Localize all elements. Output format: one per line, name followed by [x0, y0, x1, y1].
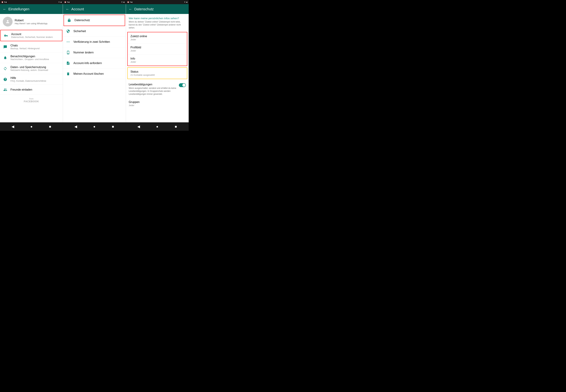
square-nav-right[interactable]: ■ — [173, 124, 179, 129]
content-datenschutz: Wer kann meine persönlichen Infos sehen?… — [126, 14, 189, 122]
home-nav-right[interactable]: ● — [154, 124, 160, 129]
facebook-footer: from FACEBOOK — [0, 95, 63, 106]
menu-item-notifications[interactable]: Benachrichtigungen Nachrichten-, Gruppen… — [0, 52, 63, 63]
twostep-label: Verifizierung in zwei Schritten — [73, 40, 110, 43]
header-einstellungen: ← Einstellungen — [0, 4, 63, 14]
account-item-twostep[interactable]: Verifizierung in zwei Schritten — [63, 37, 126, 47]
doc-icon — [66, 61, 71, 66]
menu-item-chats[interactable]: Chats Backup, Verlauf, Hintergrund — [0, 42, 63, 52]
status-bar: ⏰ ▼◀ ▼ ◀ ⏰ ▼◀ ▼ ◀ ⏰ ▼◀ ▼ ◀ — [0, 0, 189, 4]
profilbild-title: Profilbild — [131, 46, 184, 49]
data-text: Daten- und Speichernutzung Netzwerk-Nutz… — [11, 66, 48, 71]
svg-point-0 — [67, 42, 67, 42]
shield-icon — [66, 29, 71, 34]
data-title: Daten- und Speichernutzung — [11, 66, 48, 69]
time-center: ⏰ ▼◀ — [64, 1, 69, 3]
menu-item-account[interactable]: Account Datenschutz, Sicherheit, Nummer … — [0, 30, 62, 41]
back-nav-left[interactable]: ◀ — [10, 124, 15, 129]
phone-icon — [66, 50, 71, 55]
square-nav-center[interactable]: ■ — [110, 124, 116, 129]
readreceipts-desc: Wenn ausgeschaltet, sendest und erhältst… — [129, 87, 177, 96]
help-text: Hilfe FAQ, Kontakt, Datenschutzrichtlini… — [11, 76, 46, 82]
people-icon — [3, 87, 8, 92]
deleteaccount-label: Meinen Account löschen — [73, 72, 104, 75]
status-bar-right: ⏰ ▼◀ ▼ ◀ — [126, 0, 189, 4]
back-button-einstellungen[interactable]: ← — [3, 7, 6, 11]
toggle-knob — [182, 84, 186, 87]
svg-point-2 — [69, 42, 70, 42]
avatar — [3, 17, 13, 27]
privacy-item-gruppen[interactable]: Gruppen Jeder — [126, 98, 189, 109]
chats-subtitle: Backup, Verlauf, Hintergrund — [11, 47, 40, 50]
bottom-nav: ◀ ● ■ ◀ ● ■ ◀ ● ■ — [0, 122, 189, 131]
menu-item-invite[interactable]: Freunde einladen — [0, 85, 63, 95]
data-subtitle: Netzwerk-Nutzung, autom. Download — [11, 69, 48, 71]
profile-section[interactable]: Robert Hey there! I am using WhatsApp. — [0, 14, 63, 29]
privacy-label: Datenschutz — [74, 19, 90, 22]
menu-item-data[interactable]: Daten- und Speichernutzung Netzwerk-Nutz… — [0, 63, 63, 74]
help-subtitle: FAQ, Kontakt, Datenschutzrichtlinie — [11, 80, 46, 82]
info-title: Info — [131, 57, 184, 60]
account-item-info[interactable]: Account-Info anfordern — [63, 58, 126, 69]
content-account: Datenschutz Sicherheit Ve — [63, 14, 126, 122]
panel-account: ← Account Datenschutz — [63, 4, 126, 122]
gruppen-value: Jeder — [129, 104, 186, 107]
privacy-item-readreceipts[interactable]: Lesebestätigungen Wenn ausgeschaltet, se… — [126, 81, 189, 98]
time-right: ⏰ ▼◀ — [127, 1, 132, 3]
chat-icon — [3, 44, 8, 49]
privacy-item-lastseen[interactable]: Zuletzt online Jeder — [128, 32, 187, 43]
account-item-privacy[interactable]: Datenschutz — [64, 15, 125, 26]
account-item-privacy-wrapper: Datenschutz — [64, 15, 125, 26]
profile-info: Robert Hey there! I am using WhatsApp. — [15, 19, 48, 25]
back-nav-right[interactable]: ◀ — [136, 124, 141, 129]
dots-icon — [66, 40, 71, 44]
time-left: ⏰ ▼◀ — [1, 1, 6, 3]
account-item-security[interactable]: Sicherheit — [63, 26, 126, 37]
lock-icon — [67, 18, 72, 23]
menu-item-help[interactable]: Hilfe FAQ, Kontakt, Datenschutzrichtlini… — [0, 74, 63, 85]
brand-label: FACEBOOK — [3, 100, 60, 103]
readreceipts-title: Lesebestätigungen — [129, 83, 177, 86]
back-button-datenschutz[interactable]: ← — [129, 7, 132, 11]
key-icon — [3, 33, 8, 38]
notifications-title: Benachrichtigungen — [11, 55, 49, 58]
privacy-red-group: Zuletzt online Jeder Profilbild Jeder In… — [127, 32, 187, 66]
security-label: Sicherheit — [73, 30, 86, 33]
back-button-account[interactable]: ← — [66, 7, 69, 11]
from-label: from — [3, 98, 60, 100]
square-nav-left[interactable]: ■ — [47, 124, 53, 129]
privacy-section-header: Wer kann meine persönlichen Infos sehen?… — [126, 14, 189, 30]
account-item-delete[interactable]: Meinen Account löschen — [63, 69, 126, 79]
panels-container: ← Einstellungen Robert Hey there! I am u… — [0, 4, 189, 122]
profilbild-value: Jeder — [131, 49, 184, 52]
info-value: Jeder — [131, 61, 184, 63]
profile-status: Hey there! I am using WhatsApp. — [15, 22, 48, 25]
profile-name: Robert — [15, 19, 48, 22]
status-bar-left: ⏰ ▼◀ ▼ ◀ — [0, 0, 63, 4]
header-datenschutz: ← Datenschutz — [126, 4, 189, 14]
privacy-yellow-group: Status 21 Kontakte ausgewählt — [127, 67, 187, 79]
privacy-item-status[interactable]: Status 21 Kontakte ausgewählt — [128, 68, 187, 79]
home-nav-left[interactable]: ● — [29, 124, 34, 129]
privacy-item-info[interactable]: Info Jeder — [128, 55, 187, 66]
bottom-nav-center: ◀ ● ■ — [63, 122, 126, 131]
accountinfo-label: Account-Info anfordern — [73, 62, 102, 65]
privacy-item-profilbild[interactable]: Profilbild Jeder — [128, 43, 187, 55]
invite-title: Freunde einladen — [11, 88, 32, 91]
refresh-icon — [3, 66, 8, 71]
lastseen-value: Jeder — [131, 38, 184, 41]
question-icon — [3, 77, 8, 82]
back-nav-center[interactable]: ◀ — [73, 124, 78, 129]
account-subtitle: Datenschutz, Sicherheit, Nummer ändern — [11, 36, 53, 38]
account-item-changenumber[interactable]: Nummer ändern — [63, 47, 126, 58]
home-nav-center[interactable]: ● — [91, 124, 97, 129]
icons-left: ▼ ◀ — [58, 1, 61, 3]
readreceipts-toggle[interactable] — [179, 83, 186, 87]
notifications-text: Benachrichtigungen Nachrichten-, Gruppen… — [11, 55, 49, 61]
bottom-nav-left: ◀ ● ■ — [0, 122, 63, 131]
svg-point-1 — [68, 42, 69, 42]
lastseen-title: Zuletzt online — [131, 35, 184, 38]
trash-icon — [66, 71, 71, 76]
chats-text: Chats Backup, Verlauf, Hintergrund — [11, 44, 40, 50]
help-title: Hilfe — [11, 76, 46, 80]
